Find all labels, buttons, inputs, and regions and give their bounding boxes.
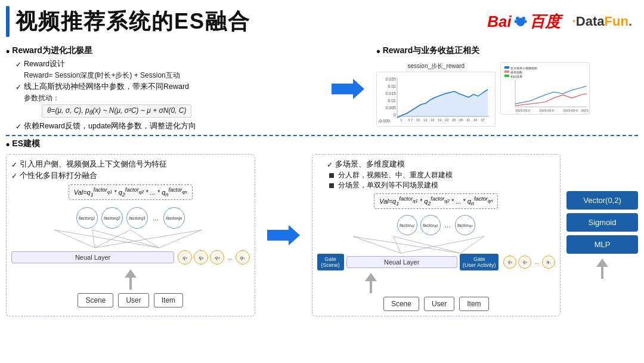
chart1: session_步长_reward 0.025 0.02 0.015 0.01 … bbox=[376, 62, 496, 127]
logo-area: Bai 百度 ·DataFun. bbox=[487, 11, 632, 32]
up-arrow-left bbox=[11, 269, 250, 290]
factor-nodes-right: factorq1 factorq2 ... factorqn bbox=[317, 215, 556, 235]
svg-text:25: 25 bbox=[452, 118, 456, 122]
svg-text:34: 34 bbox=[473, 118, 478, 122]
square-bullet-icon bbox=[329, 173, 334, 178]
gate-user-box: Gate(User Activity) bbox=[460, 254, 499, 270]
baidu-paw-icon bbox=[514, 15, 527, 28]
title-bar: 视频推荐系统的ES融合 bbox=[6, 6, 250, 37]
bottom-left-panel: ✓ 引入用户侧、视频侧及上下文侧信号为特征 ✓ 个性化多目标打分融合 Val=q… bbox=[6, 154, 255, 316]
bottom-section-header: • ES建模 bbox=[0, 139, 644, 150]
q-nodes-left: q₁ q₂ q₃ ... qₙ bbox=[178, 250, 249, 264]
reward-feedback-item: ✓ 依赖Reward反馈，update网络参数，调整进化方向 bbox=[16, 121, 320, 131]
scene-input-right: Scene bbox=[383, 297, 419, 311]
bottom-right-panel: ✓ 多场景、多维度建模 分人群，视频轻、中、重度人群建模 分场景，单双列等不同场… bbox=[312, 154, 561, 316]
title-accent bbox=[6, 6, 10, 37]
square-bullet-icon2 bbox=[329, 183, 334, 188]
param-label: 参数扰动： bbox=[24, 93, 320, 103]
q2-node: q₂ bbox=[194, 250, 208, 264]
svg-line-50 bbox=[393, 236, 400, 253]
top-left-panel: • Reward为进化北极星 ✓ Reward设计 Reward= Sessio… bbox=[6, 45, 320, 133]
svg-line-51 bbox=[400, 236, 484, 253]
gate-scene-box: Gate(Scene) bbox=[317, 254, 344, 270]
top-section: • Reward为进化北极星 ✓ Reward设计 Reward= Sessio… bbox=[0, 41, 644, 135]
svg-text:-0.005: -0.005 bbox=[379, 119, 391, 123]
rq1-node: q₁ bbox=[503, 256, 516, 269]
sigmoid-box: Sigmoid bbox=[566, 213, 638, 232]
factor-q1-node: factorq1 bbox=[76, 207, 98, 229]
svg-rect-28 bbox=[504, 66, 509, 69]
svg-text:0.005: 0.005 bbox=[386, 106, 397, 110]
bottom-left-checks: ✓ 引入用户侧、视频侧及上下文侧信号为特征 ✓ 个性化多目标打分融合 bbox=[11, 159, 250, 181]
up-arrow-right bbox=[317, 273, 556, 293]
item-input-left: Item bbox=[154, 293, 183, 307]
svg-line-53 bbox=[393, 236, 460, 253]
formula-box-left: Val=q1factorq1 * q2factorq2 * ... * qnfa… bbox=[11, 184, 250, 204]
svg-marker-48 bbox=[267, 225, 300, 245]
q-ellipsis-left: ... bbox=[226, 254, 233, 261]
factor-q2-node: factorq2 bbox=[101, 207, 123, 229]
qn-node: qₙ bbox=[236, 250, 250, 264]
svg-text:官方推荐小视频指标: 官方推荐小视频指标 bbox=[510, 66, 537, 70]
nn-right: factorq1 factorq2 ... factorqn Gate(Scen… bbox=[317, 215, 556, 311]
datafun-logo: ·DataFun. bbox=[572, 14, 632, 29]
reward-formula: Reward= Session深度(时长+步长) + Session互动 bbox=[24, 70, 320, 81]
svg-rect-32 bbox=[504, 75, 509, 77]
user-input-left: User bbox=[118, 293, 148, 307]
svg-text:2023-08-1: 2023-08-1 bbox=[581, 109, 590, 112]
ellipsis-left: ... bbox=[151, 214, 160, 222]
page-title: 视频推荐系统的ES融合 bbox=[16, 7, 250, 36]
up-arrow-panel bbox=[566, 259, 638, 279]
factor-qn-node: factorqn bbox=[163, 207, 185, 229]
bottom-right-checks: ✓ 多场景、多维度建模 分人群，视频轻、中、重度人群建模 分场景，单双列等不同场… bbox=[317, 159, 556, 190]
bullet-icon: • bbox=[6, 46, 10, 57]
reward-design-item: ✓ Reward设计 bbox=[16, 59, 320, 69]
factor-rqn-node: factorqn bbox=[455, 215, 475, 235]
top-right-panel: • Reward与业务收益正相关 session_步长_reward 0.025… bbox=[376, 45, 638, 133]
svg-text:2023-08-0: 2023-08-0 bbox=[563, 109, 578, 112]
svg-text:1: 1 bbox=[400, 118, 402, 122]
nn-left: factorq1 factorq2 factorq3 ... factorqn … bbox=[11, 207, 250, 307]
connection-lines-left bbox=[11, 230, 250, 248]
svg-text:2023-05-0: 2023-05-0 bbox=[515, 109, 530, 112]
item-input-right: Item bbox=[459, 297, 488, 311]
svg-point-4 bbox=[524, 20, 527, 23]
es-bullet-icon: • bbox=[6, 139, 10, 150]
svg-text:0.02: 0.02 bbox=[388, 84, 397, 88]
factor-nodes-left: factorq1 factorq2 factorq3 ... factorqn bbox=[11, 207, 250, 229]
svg-text:4 7: 4 7 bbox=[408, 118, 413, 122]
ellipsis-right: ... bbox=[444, 221, 452, 229]
es-bullet: • ES建模 bbox=[6, 139, 638, 150]
svg-text:16: 16 bbox=[431, 118, 435, 122]
q-nodes-right: q₁ q₂ ... qₙ bbox=[503, 256, 555, 269]
mlp-box: MLP bbox=[566, 235, 638, 254]
scene-input-left: Scene bbox=[78, 293, 113, 307]
svg-marker-5 bbox=[332, 79, 364, 99]
input-boxes-right: Scene User Item bbox=[317, 297, 556, 311]
rq-ellipsis: ... bbox=[533, 259, 540, 265]
chart2: 官方推荐小视频指标 推荐指数 初始进展 2023-05-0 bbox=[500, 62, 590, 115]
svg-point-3 bbox=[514, 20, 517, 23]
section-divider bbox=[6, 135, 638, 136]
q1-node: q₁ bbox=[178, 250, 192, 264]
reward-bullet: • Reward为进化北极星 bbox=[6, 45, 320, 57]
svg-marker-27 bbox=[397, 90, 488, 116]
reward-correlation-bullet: • Reward与业务收益正相关 bbox=[376, 45, 638, 57]
svg-text:37: 37 bbox=[481, 118, 485, 122]
svg-line-47 bbox=[159, 230, 202, 248]
gaussian-item: ✓ 线上高斯扰动神经网络中参数，带来不同Reward bbox=[16, 82, 320, 92]
svg-text:19: 19 bbox=[438, 118, 442, 122]
svg-text:22: 22 bbox=[445, 118, 449, 122]
bottom-arrow bbox=[261, 154, 306, 316]
svg-text:10: 10 bbox=[416, 118, 420, 122]
multi-scene-check: ✓ 多场景、多维度建模 bbox=[327, 159, 556, 170]
svg-text:初始进展: 初始进展 bbox=[510, 75, 522, 78]
feature-check: ✓ 引入用户侧、视频侧及上下文侧信号为特征 bbox=[11, 159, 250, 170]
header: 视频推荐系统的ES融合 Bai 百度 ·DataFun. bbox=[0, 0, 644, 41]
user-input-right: User bbox=[424, 297, 454, 311]
svg-point-2 bbox=[522, 17, 525, 20]
vector-box: Vector(0,2) bbox=[566, 191, 638, 210]
neural-layer-right: Neual Layer bbox=[346, 256, 457, 268]
svg-text:0: 0 bbox=[394, 113, 396, 117]
svg-line-49 bbox=[352, 236, 400, 253]
